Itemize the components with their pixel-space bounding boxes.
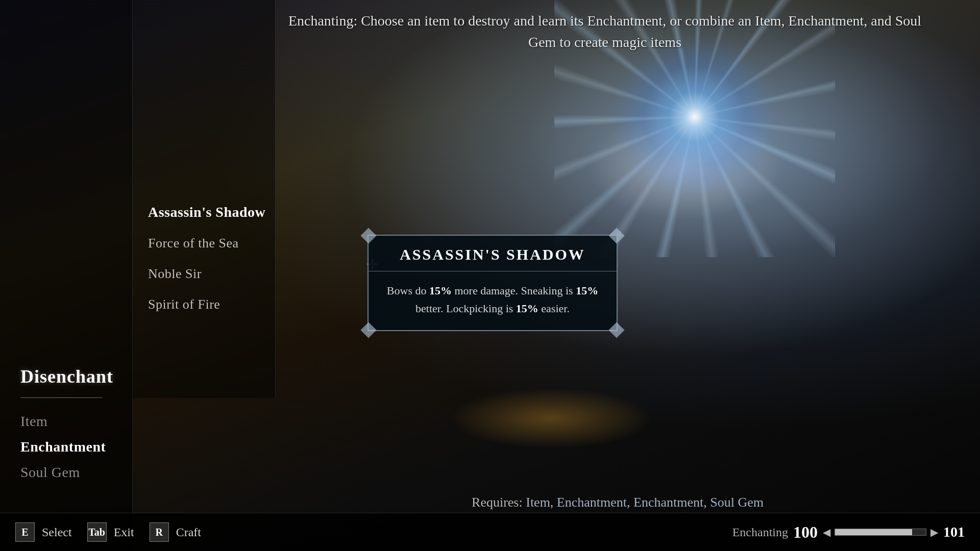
popup-description: Bows do 15% more damage. Sneaking is 15%… [369,271,617,330]
candle-glow [449,388,653,449]
item-list-panel: Assassin's Shadow Force of the Sea Noble… [133,0,276,398]
skill-next: 101 [943,524,965,540]
instruction-text: Enchanting: Choose an item to destroy an… [281,10,929,53]
sidebar-item-soul-gem[interactable]: Soul Gem [20,464,112,481]
pct1: 15% [429,284,452,297]
requires-bar: Requires: Item, Enchantment, Enchantment… [281,495,954,510]
list-item-spirit-of-fire[interactable]: Spirit of Fire [148,297,275,312]
label-select: Select [42,525,72,539]
arrow-right: ▶ [930,526,938,538]
skill-name: Enchanting [732,525,788,539]
hud-controls: E Select Tab Exit R Craft [15,522,211,542]
skill-current: 100 [793,523,818,542]
left-sidebar: Disenchant Item Enchantment Soul Gem [0,0,133,551]
skill-bar-container: ◀ ▶ [823,526,938,538]
sidebar-item-item[interactable]: Item [20,413,112,430]
hud-right: Enchanting 100 ◀ ▶ 101 [732,523,965,542]
requires-label: Requires: [472,495,523,510]
key-r: R [150,522,169,542]
item-detail-popup: ASSASSIN'S SHADOW Bows do 15% more damag… [368,235,618,331]
skill-bar [835,529,926,536]
requires-items: Item, Enchantment, Enchantment, Soul Gem [526,495,764,510]
arrow-left: ◀ [823,526,830,538]
key-tab: Tab [87,522,107,542]
sidebar-content: Disenchant Item Enchantment Soul Gem [0,366,132,490]
bottom-hud: E Select Tab Exit R Craft Enchanting 100… [0,513,980,551]
pct3: 15% [516,302,538,315]
list-item-noble-sir[interactable]: Noble Sir [148,266,275,282]
label-craft: Craft [176,525,201,539]
popup-title: ASSASSIN'S SHADOW [369,236,617,271]
label-exit: Exit [114,525,134,539]
list-item-assassins-shadow[interactable]: Assassin's Shadow [148,204,275,220]
skill-bar-fill [835,529,912,535]
list-item-force-of-sea[interactable]: Force of the Sea [148,236,275,251]
sidebar-item-enchantment[interactable]: Enchantment [20,439,112,455]
sidebar-divider [20,397,102,398]
magic-burst [605,28,784,206]
sidebar-title: Disenchant [20,366,112,387]
pct2: 15% [576,284,598,297]
key-e: E [15,522,35,542]
